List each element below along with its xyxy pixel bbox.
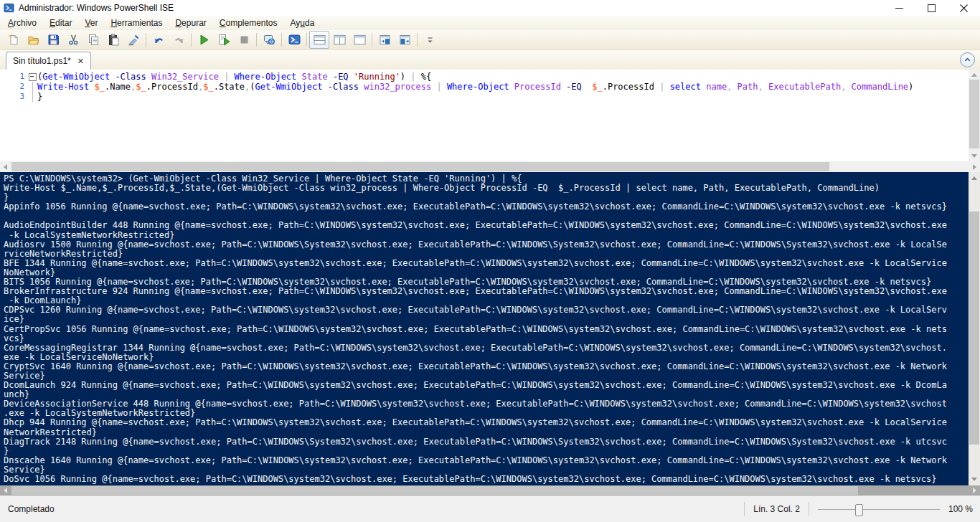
fold-collapse-icon[interactable] bbox=[28, 72, 37, 82]
console-pane[interactable]: PS C:\WINDOWS\system32> (Get-WmiObject -… bbox=[0, 172, 972, 488]
console-line: ice} bbox=[4, 315, 972, 324]
scroll-right-arrow-icon[interactable] bbox=[973, 488, 976, 493]
scroll-left-arrow-icon[interactable] bbox=[4, 488, 7, 493]
menu-item-archivo[interactable]: Archivo bbox=[1, 16, 43, 30]
toolbar-separator bbox=[191, 33, 192, 47]
editor-horizontal-scrollbar[interactable] bbox=[0, 161, 980, 172]
new-script-icon bbox=[7, 34, 19, 46]
run-icon bbox=[198, 34, 210, 46]
redo-button[interactable] bbox=[169, 31, 189, 49]
scroll-up-arrow-icon[interactable] bbox=[971, 73, 977, 77]
console-line: DiagTrack 2148 Running @{name=svchost.ex… bbox=[4, 437, 972, 447]
minimize-button[interactable] bbox=[883, 0, 915, 16]
undo-icon bbox=[153, 34, 165, 46]
code-text: (Get-WmiObject -Class Win32_Service | Wh… bbox=[37, 72, 431, 82]
zoom-level: 100 % bbox=[948, 504, 973, 514]
menu-item-ayuda[interactable]: Ayuda bbox=[284, 16, 321, 30]
code-text: Write-Host $_.Name,$_.ProcessId,$_.State… bbox=[37, 82, 913, 92]
menu-item-ver[interactable]: Ver bbox=[78, 16, 104, 30]
toolbar-separator bbox=[146, 33, 146, 47]
run-selection-button[interactable] bbox=[214, 31, 234, 49]
pane-toggle-left-icon bbox=[379, 34, 391, 46]
console-scroll-thumb[interactable] bbox=[969, 212, 979, 445]
console-line: CryptSvc 1640 Running @{name=svchost.exe… bbox=[4, 362, 972, 371]
menu-item-depurar[interactable]: Depurar bbox=[169, 16, 212, 30]
console-line: vcs} bbox=[4, 334, 972, 343]
console-line: CDPSvc 1260 Running @{name=svchost.exe; … bbox=[4, 305, 972, 315]
fold-guide bbox=[28, 92, 37, 102]
zoom-slider[interactable] bbox=[818, 503, 940, 515]
scroll-down-arrow-icon[interactable] bbox=[971, 478, 977, 481]
toolbar bbox=[0, 30, 980, 50]
show-script-pane-right-button[interactable] bbox=[329, 31, 349, 49]
editor-hscroll-thumb[interactable] bbox=[11, 162, 829, 171]
line-number: 1 bbox=[0, 72, 28, 82]
title-bar: Administrador: Windows PowerShell ISE bbox=[0, 0, 980, 16]
script-pane-toggle-right-button[interactable] bbox=[395, 31, 415, 49]
cut-button[interactable] bbox=[63, 31, 83, 49]
line-col-indicator: Lín. 3 Col. 2 bbox=[753, 504, 800, 514]
scroll-down-arrow-icon[interactable] bbox=[971, 154, 977, 158]
menu-item-complementos[interactable]: Complementos bbox=[213, 16, 284, 30]
open-script-button[interactable] bbox=[23, 31, 43, 49]
show-script-pane-maximized-button[interactable] bbox=[349, 31, 369, 49]
paste-button[interactable] bbox=[103, 31, 123, 49]
scroll-left-arrow-icon[interactable] bbox=[4, 164, 7, 170]
script-pane-toggle-left-button[interactable] bbox=[374, 31, 395, 49]
scroll-right-arrow-icon[interactable] bbox=[973, 164, 976, 170]
start-powershell-button[interactable] bbox=[284, 31, 304, 49]
console-line: rviceNetworkRestricted} bbox=[4, 250, 972, 259]
copy-button[interactable] bbox=[83, 31, 103, 49]
editor-line[interactable]: 2Write-Host $_.Name,$_.ProcessId,$_.Stat… bbox=[0, 82, 969, 92]
stop-icon bbox=[238, 34, 250, 46]
menu-item-editar[interactable]: Editar bbox=[43, 16, 78, 30]
layout-top-icon bbox=[314, 34, 326, 46]
clear-console-pane-button[interactable] bbox=[123, 31, 143, 49]
zoom-slider-thumb[interactable] bbox=[855, 504, 863, 516]
scroll-up-arrow-icon[interactable] bbox=[971, 176, 977, 180]
close-button[interactable] bbox=[948, 0, 980, 16]
undo-button[interactable] bbox=[149, 31, 169, 49]
new-script-button[interactable] bbox=[3, 31, 23, 49]
console-line: } bbox=[4, 447, 972, 456]
console-line: Appinfo 1056 Running @{name=svchost.exe;… bbox=[4, 202, 972, 212]
run-script-button[interactable] bbox=[194, 31, 214, 49]
maximize-button[interactable] bbox=[915, 0, 948, 16]
console-line: Audiosrv 1500 Running @{name=svchost.exe… bbox=[4, 240, 972, 250]
editor-line[interactable]: 1(Get-WmiObject -Class Win32_Service | W… bbox=[0, 72, 969, 82]
tab-close-icon[interactable]: ✕ bbox=[77, 57, 84, 65]
collapse-script-pane-button[interactable] bbox=[960, 52, 975, 67]
script-tab-bar: Sin título1.ps1* ✕ bbox=[0, 50, 980, 70]
script-tab[interactable]: Sin título1.ps1* ✕ bbox=[6, 52, 91, 70]
script-editor[interactable]: 1(Get-WmiObject -Class Win32_Service | W… bbox=[0, 70, 969, 163]
editor-vertical-scrollbar[interactable] bbox=[969, 70, 980, 161]
copy-icon bbox=[88, 34, 100, 46]
code-text: } bbox=[37, 92, 42, 102]
editor-scroll-thumb[interactable] bbox=[969, 80, 979, 148]
line-number: 2 bbox=[0, 82, 28, 92]
toolbar-separator bbox=[256, 33, 257, 47]
editor-line[interactable]: 3} bbox=[0, 92, 969, 102]
pane-toggle-right-icon bbox=[399, 34, 411, 46]
save-icon bbox=[47, 34, 60, 46]
layout-right-icon bbox=[334, 34, 346, 46]
toolbar-separator bbox=[306, 33, 307, 47]
menu-item-herramientas[interactable]: Herramientas bbox=[104, 16, 169, 30]
stop-operation-button[interactable] bbox=[234, 31, 254, 49]
console-line: BrokerInfrastructure 924 Running @{name=… bbox=[4, 287, 972, 296]
window-title: Administrador: Windows PowerShell ISE bbox=[19, 3, 174, 13]
status-bar: Completado Lín. 3 Col. 2 100 % bbox=[0, 495, 980, 522]
toolbar-separator bbox=[281, 33, 282, 47]
console-line: Write-Host $_.Name,$_.ProcessId,$_.State… bbox=[4, 184, 972, 193]
console-hscroll-thumb[interactable] bbox=[11, 486, 858, 495]
console-horizontal-scrollbar[interactable] bbox=[0, 485, 980, 495]
cut-icon bbox=[67, 34, 80, 46]
console-line: DoSvc 1056 Running @{name=svchost.exe; P… bbox=[4, 475, 972, 484]
remote-tab-icon bbox=[263, 34, 275, 46]
save-button[interactable] bbox=[43, 31, 63, 49]
zoom-slider-track bbox=[818, 509, 940, 510]
new-remote-powershell-tab-button[interactable] bbox=[259, 31, 279, 49]
show-script-pane-top-button[interactable] bbox=[309, 31, 329, 49]
toolbar-overflow-button[interactable] bbox=[420, 31, 440, 49]
console-vertical-scrollbar[interactable] bbox=[969, 172, 980, 485]
